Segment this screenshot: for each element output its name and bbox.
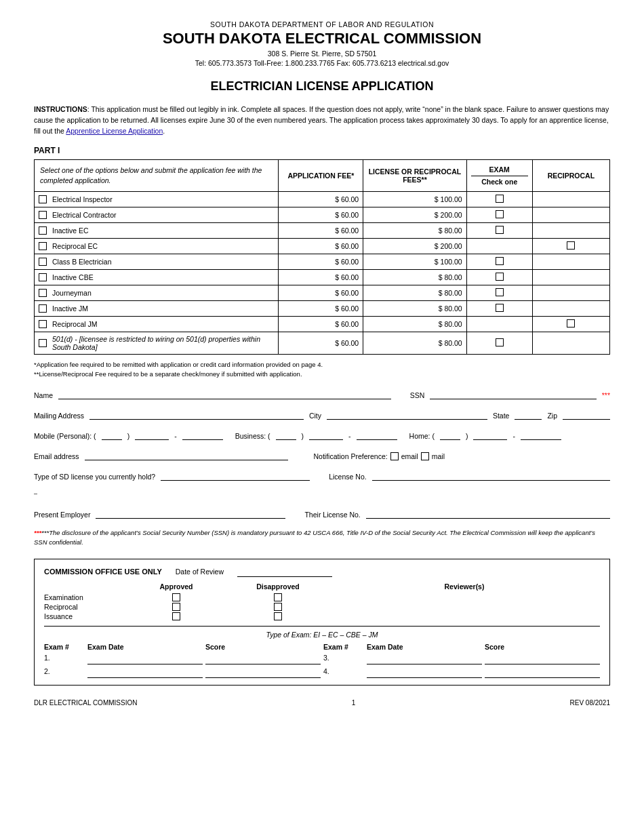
table-row-label-0: Electrical Inspector bbox=[35, 191, 279, 207]
row-exam-8 bbox=[466, 316, 532, 332]
notification-label: Notification Preference: bbox=[314, 452, 388, 460]
exam-checkbox-7[interactable] bbox=[496, 304, 504, 312]
footer: DLR ELECTRICAL COMMISSION 1 REV 08/2021 bbox=[34, 699, 610, 707]
exam-checkbox-1[interactable] bbox=[496, 210, 504, 218]
recip-checkbox-8[interactable] bbox=[567, 319, 575, 327]
disapproved-checkbox-2[interactable] bbox=[274, 612, 282, 620]
footer-page: 1 bbox=[352, 699, 356, 707]
exam-date-4[interactable] bbox=[367, 667, 482, 678]
approved-checkbox-0[interactable] bbox=[172, 593, 180, 601]
email-field[interactable] bbox=[85, 450, 288, 460]
blank-header bbox=[44, 582, 125, 591]
their-license-field[interactable] bbox=[366, 508, 610, 519]
row-lic-fee-0: $ 100.00 bbox=[363, 191, 466, 207]
zip-label: Zip bbox=[547, 412, 557, 420]
row-app-fee-6: $ 60.00 bbox=[279, 285, 363, 300]
city-field[interactable] bbox=[327, 409, 487, 420]
row-recip-3 bbox=[532, 238, 609, 254]
mobile-num[interactable] bbox=[182, 429, 223, 440]
approved-header: Approved bbox=[125, 582, 227, 591]
ssn-asterisks: *** bbox=[602, 391, 610, 399]
biz-area[interactable] bbox=[276, 429, 296, 440]
business-label: Business: ( bbox=[235, 432, 270, 440]
biz-prefix[interactable] bbox=[309, 429, 343, 440]
table-row-label-3: Reciprocal EC bbox=[35, 238, 279, 254]
apprentice-link[interactable]: Apprentice License Application bbox=[66, 127, 163, 135]
row-checkbox-4[interactable] bbox=[39, 258, 47, 266]
biz-num[interactable] bbox=[357, 429, 397, 440]
state-field[interactable] bbox=[515, 409, 542, 420]
ssn-field[interactable] bbox=[430, 389, 596, 399]
row-exam-5 bbox=[466, 269, 532, 285]
table-fee-header: APPLICATION FEE* bbox=[279, 160, 363, 191]
email-notification-line: Email address Notification Preference: e… bbox=[34, 450, 610, 460]
home-area[interactable] bbox=[440, 429, 460, 440]
row-app-fee-8: $ 60.00 bbox=[279, 316, 363, 332]
exam-checkbox-4[interactable] bbox=[496, 257, 504, 265]
mail-checkbox[interactable] bbox=[421, 452, 429, 460]
commission-header: COMMISSION OFFICE USE ONLY Date of Revie… bbox=[44, 566, 600, 577]
row-checkbox-6[interactable] bbox=[39, 289, 47, 297]
row-checkbox-8[interactable] bbox=[39, 320, 47, 328]
city-label: City bbox=[309, 412, 321, 420]
row-checkbox-2[interactable] bbox=[39, 226, 47, 235]
row-recip-9 bbox=[532, 332, 609, 354]
mobile-prefix[interactable] bbox=[135, 429, 169, 440]
commission-disapproved-2 bbox=[227, 612, 329, 622]
exam-col5-header: Exam Date bbox=[367, 643, 482, 651]
email-checkbox[interactable] bbox=[390, 452, 399, 460]
row-recip-8 bbox=[532, 316, 609, 332]
row-checkbox-3[interactable] bbox=[39, 242, 47, 250]
home-prefix[interactable] bbox=[473, 429, 507, 440]
disapproved-checkbox-0[interactable] bbox=[274, 593, 282, 601]
row-exam-2 bbox=[466, 222, 532, 238]
approved-checkbox-1[interactable] bbox=[172, 603, 180, 611]
table-row-label-8: Reciprocal JM bbox=[35, 316, 279, 332]
exam-score-2[interactable] bbox=[205, 667, 321, 678]
exam-checkbox-6[interactable] bbox=[496, 288, 504, 296]
disapproved-checkbox-1[interactable] bbox=[274, 603, 282, 611]
row-checkbox-0[interactable] bbox=[39, 195, 47, 203]
table-row-label-4: Class B Electrician bbox=[35, 254, 279, 269]
mobile-area[interactable] bbox=[102, 429, 122, 440]
license-type-field[interactable] bbox=[161, 470, 310, 481]
header-contact: Tel: 605.773.3573 Toll-Free: 1.800.233.7… bbox=[34, 59, 610, 67]
row-app-fee-2: $ 60.00 bbox=[279, 222, 363, 238]
row-checkbox-5[interactable] bbox=[39, 273, 47, 281]
row-checkbox-1[interactable] bbox=[39, 211, 47, 219]
ssn-disclosure: ******The disclosure of the applicant’s … bbox=[34, 528, 610, 548]
notification-pref: Notification Preference: email mail bbox=[314, 452, 445, 460]
commission-divider bbox=[44, 626, 600, 627]
exam-checkbox-9[interactable] bbox=[496, 338, 504, 346]
exam-date-2[interactable] bbox=[87, 667, 203, 678]
exam-score-3[interactable] bbox=[485, 654, 600, 664]
recip-checkbox-3[interactable] bbox=[567, 241, 575, 250]
exam-col6-header: Score bbox=[485, 643, 600, 651]
commission-box: COMMISSION OFFICE USE ONLY Date of Revie… bbox=[34, 559, 610, 686]
commission-title: COMMISSION OFFICE USE ONLY bbox=[44, 568, 162, 576]
date-of-review-field[interactable] bbox=[237, 566, 332, 577]
exam-date-3[interactable] bbox=[367, 654, 482, 664]
exam-checkbox-2[interactable] bbox=[496, 226, 504, 234]
exam-score-1[interactable] bbox=[205, 654, 321, 664]
table-row-label-1: Electrical Contractor bbox=[35, 207, 279, 222]
row-exam-7 bbox=[466, 300, 532, 316]
name-field[interactable] bbox=[58, 389, 391, 399]
table-select-header: Select one of the options below and subm… bbox=[35, 160, 279, 191]
license-no-field[interactable] bbox=[372, 470, 610, 481]
approved-checkbox-2[interactable] bbox=[172, 612, 180, 620]
row-recip-7 bbox=[532, 300, 609, 316]
exam-score-4[interactable] bbox=[485, 667, 600, 678]
mailing-field[interactable] bbox=[89, 409, 304, 420]
zip-field[interactable] bbox=[563, 409, 610, 420]
employer-field[interactable] bbox=[96, 508, 285, 519]
exam-checkbox-5[interactable] bbox=[496, 273, 504, 281]
row-recip-2 bbox=[532, 222, 609, 238]
row-checkbox-9[interactable] bbox=[39, 339, 47, 347]
exam-checkbox-0[interactable] bbox=[496, 195, 504, 203]
row-checkbox-7[interactable] bbox=[39, 304, 47, 313]
exam-date-1[interactable] bbox=[87, 654, 203, 664]
table-row-label-9: 501(d) - [licensee is restricted to wiri… bbox=[35, 332, 279, 354]
home-num[interactable] bbox=[521, 429, 561, 440]
row-exam-9 bbox=[466, 332, 532, 354]
